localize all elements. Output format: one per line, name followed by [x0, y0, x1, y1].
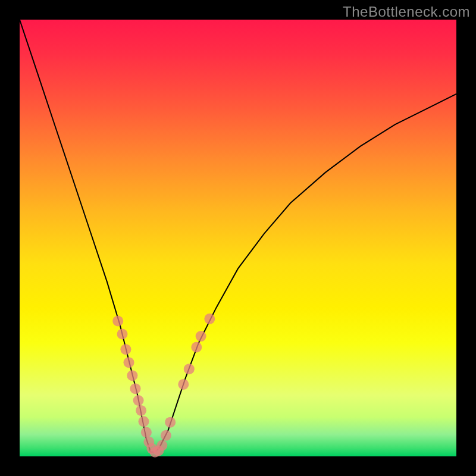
watermark-text: TheBottleneck.com: [343, 4, 470, 20]
curve-marker: [178, 379, 189, 390]
curve-marker: [165, 417, 176, 428]
curve-marker: [184, 364, 195, 374]
curve-marker: [133, 395, 144, 406]
curve-marker: [120, 344, 131, 355]
bottleneck-curve: [20, 20, 456, 452]
curve-marker: [161, 430, 171, 441]
chart-svg: [20, 20, 456, 456]
curve-marker: [136, 405, 146, 416]
curve-marker: [141, 427, 152, 438]
curve-markers: [112, 314, 215, 458]
plot-area: [20, 20, 456, 456]
curve-marker: [204, 314, 215, 324]
curve-marker: [117, 329, 128, 340]
curve-marker: [139, 416, 149, 427]
curve-marker: [191, 342, 202, 353]
curve-marker: [112, 316, 123, 327]
curve-marker: [127, 370, 137, 381]
curve-marker: [124, 357, 134, 368]
curve-marker: [156, 440, 167, 451]
chart-frame: TheBottleneck.com: [0, 0, 476, 476]
curve-marker: [196, 331, 206, 342]
curve-marker: [130, 383, 141, 394]
